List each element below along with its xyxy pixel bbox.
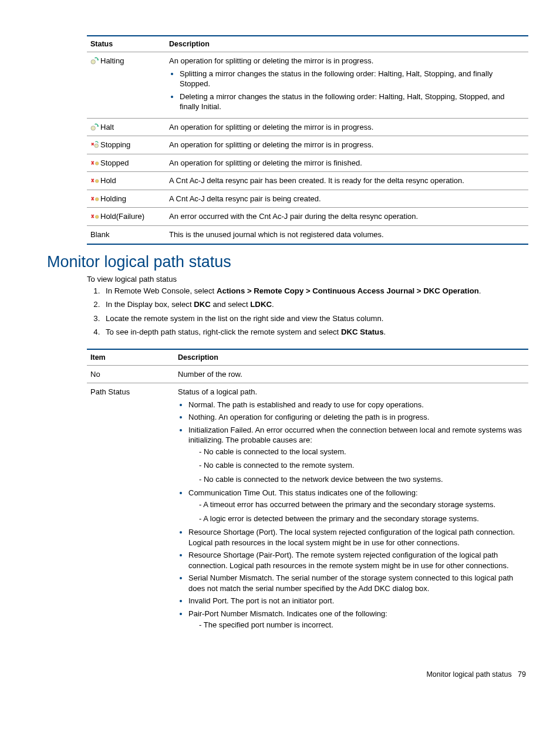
desc-bullet: Initialization Failed. An error occurred… xyxy=(188,425,524,485)
table-row: Halt An operation for splitting or delet… xyxy=(87,118,528,136)
svg-point-2 xyxy=(95,144,99,148)
svg-point-5 xyxy=(95,198,99,201)
desc-text: An error occurred with the Cnt Ac-J pair… xyxy=(166,208,528,226)
halting-icon xyxy=(90,57,99,65)
holding-icon xyxy=(90,195,99,202)
desc-text: An operation for splitting or deleting t… xyxy=(166,136,528,154)
status-label: Stopping xyxy=(100,140,130,149)
step-2: In the Display box, select DKC and selec… xyxy=(102,299,526,310)
th-status: Status xyxy=(87,36,166,52)
item-label: No xyxy=(87,365,174,383)
desc-bullet: Serial Number Mismatch. The serial numbe… xyxy=(188,573,524,593)
footer-page: 79 xyxy=(518,670,526,679)
section-intro: To view logical path status xyxy=(87,275,526,283)
table-row: No Number of the row. xyxy=(87,365,528,383)
status-label: Hold xyxy=(100,176,116,185)
desc-bullet: Normal. The path is established and read… xyxy=(188,400,524,410)
table-row: Halting An operation for splitting or de… xyxy=(87,52,528,119)
desc-text: Number of the row. xyxy=(174,365,528,383)
table-row: Stopping An operation for splitting or d… xyxy=(87,136,528,154)
table-row: Holding A Cnt Ac-J delta resync pair is … xyxy=(87,190,528,208)
hold-icon xyxy=(90,177,99,184)
desc-bullet: Resource Shortage (Port). The local syst… xyxy=(188,527,524,548)
status-label: Holding xyxy=(100,194,126,203)
halt-icon xyxy=(90,123,99,131)
svg-point-1 xyxy=(91,126,95,130)
desc-text: An operation for splitting or deleting t… xyxy=(169,56,524,66)
stopping-icon xyxy=(90,141,99,148)
desc-text: An operation for splitting or deleting t… xyxy=(166,118,528,136)
table-row: Blank This is the unused journal which i… xyxy=(87,226,528,244)
th-description: Description xyxy=(174,349,528,366)
table-row: Path Status Status of a logical path. No… xyxy=(87,383,528,637)
desc-bullet: Communication Time Out. This status indi… xyxy=(188,488,524,524)
svg-point-0 xyxy=(91,60,95,64)
desc-text: This is the unused journal which is not … xyxy=(166,226,528,244)
desc-bullet: Splitting a mirror changes the status in… xyxy=(180,69,524,89)
desc-text: A Cnt Ac-J delta resync pair is being cr… xyxy=(166,190,528,208)
stopped-icon xyxy=(90,159,99,167)
status-label: Halt xyxy=(100,123,114,131)
footer-title: Monitor logical path status xyxy=(426,670,511,679)
pathstatus-table: Item Description No Number of the row. P… xyxy=(87,349,528,637)
desc-text: Status of a logical path. xyxy=(178,387,524,397)
desc-bullet: Pair-Port Number Mismatch. Indicates one… xyxy=(188,609,524,630)
table-row: Stopped An operation for splitting or de… xyxy=(87,154,528,172)
page-footer: Monitor logical path status 79 xyxy=(0,663,560,679)
th-item: Item xyxy=(87,349,174,366)
table-row: Hold A Cnt Ac-J delta resync pair has be… xyxy=(87,172,528,190)
status-label: Hold(Failure) xyxy=(100,212,144,221)
step-3: Locate the remote system in the list on … xyxy=(102,313,526,324)
desc-bullet: Deleting a mirror changes the status in … xyxy=(180,92,524,112)
item-label: Path Status xyxy=(87,383,174,637)
step-4: To see in-depth path status, right-click… xyxy=(102,327,526,337)
svg-point-4 xyxy=(95,180,99,183)
section-heading: Monitor logical path status xyxy=(47,253,526,271)
status-label: Stopped xyxy=(100,158,129,167)
desc-text: A Cnt Ac-J delta resync pair has been cr… xyxy=(166,172,528,190)
step-1: In Remote Web Console, select Actions > … xyxy=(102,286,526,296)
status-label: Halting xyxy=(100,56,124,65)
desc-bullet: Resource Shortage (Pair-Port). The remot… xyxy=(188,550,524,571)
svg-point-3 xyxy=(95,161,99,165)
desc-text: An operation for splitting or deleting t… xyxy=(166,154,528,172)
svg-point-6 xyxy=(95,215,99,219)
th-description: Description xyxy=(166,36,528,52)
holdfailure-icon xyxy=(90,212,99,220)
desc-bullet: Nothing. An operation for configuring or… xyxy=(188,412,524,423)
status-table: Status Description Halting An operation … xyxy=(87,35,528,245)
table-row: Hold(Failure) An error occurred with the… xyxy=(87,208,528,226)
status-label: Blank xyxy=(87,226,166,244)
desc-bullet: Invalid Port. The port is not an initiat… xyxy=(188,596,524,606)
